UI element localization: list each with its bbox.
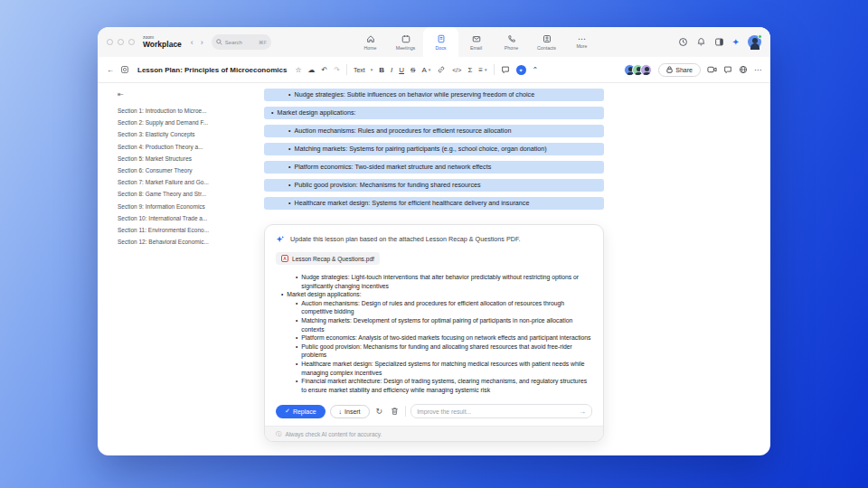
side-panel-icon[interactable] [714,37,724,47]
back-button[interactable]: ← [107,66,114,74]
submit-arrow-icon[interactable]: → [579,408,586,416]
comment-icon[interactable] [501,65,510,74]
close-window-button[interactable] [107,39,113,45]
ai-companion-icon[interactable]: ✦ [732,37,740,47]
user-avatar[interactable] [748,35,761,49]
sidebar-section-item[interactable]: Section 5: Market Structures [118,153,253,164]
sidebar-section-item[interactable]: Section 12: Behavioral Economic... [118,236,253,248]
history-icon[interactable] [678,37,688,47]
undo-button[interactable]: ↶ [322,66,328,74]
sidebar-section-item[interactable]: Section 10: International Trade a... [118,212,253,224]
ai-assistant-button[interactable]: ✦ [516,65,526,75]
highlighted-line[interactable]: Platform economics: Two-sided market str… [264,161,604,174]
video-camera-icon[interactable] [707,65,717,74]
status-dot [758,34,762,39]
check-icon: ✓ [285,408,290,415]
code-button[interactable]: </> [452,67,461,73]
ai-result-bullet: Matching markets: Development of systems… [296,316,592,333]
sidebar-section-item[interactable]: Section 7: Market Failure and Go... [118,176,253,188]
ai-result-bullet: Financial market architecture: Design of… [296,377,592,394]
chevron-down-icon: ▾ [371,67,373,72]
sidebar-section-item[interactable]: Section 9: Information Economics [118,201,253,212]
tab-contacts[interactable]: Contacts [529,27,564,57]
minimize-window-button[interactable] [118,39,124,45]
document-canvas[interactable]: Nudge strategies: Subtle influences on b… [253,83,770,455]
collapse-toolbar-button[interactable]: ⌃ [533,66,539,74]
collapse-sidebar-icon[interactable]: ⇤ [118,90,253,99]
ai-sparkle-icon [276,235,285,244]
zoom-workplace-logo: zoom Workplace [143,35,182,49]
highlighted-line[interactable]: Healthcare market design: Systems for ef… [264,197,604,210]
share-button[interactable]: Share [658,63,701,77]
doc-home-icon[interactable] [120,65,129,74]
chevron-down-icon: ▾ [429,67,431,72]
underline-button[interactable]: U [399,66,404,74]
sidebar-section-item[interactable]: Section 6: Consumer Theory [118,164,253,176]
sidebar-section-item[interactable]: Section 2: Supply and Demand F... [118,117,253,128]
attachment-chip[interactable]: A Lesson Recap & Questions.pdf [276,252,380,265]
down-arrow-icon: ↓ [339,408,343,415]
email-icon [472,34,481,43]
info-icon: ⓘ [276,430,281,438]
sidebar-section-item[interactable]: Section 11: Environmental Econo... [118,224,253,236]
ai-result-bullet: Nudge strategies: Light-touch interventi… [296,273,592,290]
highlighted-line[interactable]: Auction mechanisms: Rules and procedures… [264,125,604,137]
text-style-dropdown[interactable]: Text ▾ [354,67,373,73]
trash-icon [391,407,399,416]
pdf-file-icon: A [281,255,288,262]
ai-result-bullet: Auction mechanisms: Design of rules and … [296,299,592,316]
favorite-star-icon[interactable]: ☆ [295,66,301,74]
list-format-dropdown[interactable]: ≡▾ [478,66,486,74]
tab-phone[interactable]: Phone [494,27,529,57]
replace-button[interactable]: ✓Replace [276,405,326,418]
maximize-window-button[interactable] [128,39,135,45]
globe-icon[interactable] [739,65,748,74]
document-title[interactable]: Lesson Plan: Principles of Microeconomic… [137,66,287,74]
app-tabs: Home Meetings Docs Email Phone Contacts [353,27,599,57]
home-icon [366,34,375,43]
highlighted-line[interactable]: Public good provision: Mechanisms for fu… [264,179,604,192]
highlighted-line[interactable]: Nudge strategies: Subtle influences on b… [264,89,604,101]
bold-button[interactable]: B [379,66,384,74]
notifications-bell-icon[interactable] [696,37,706,47]
ai-result-text: Nudge strategies: Light-touch interventi… [276,273,592,394]
highlighted-line[interactable]: Market design applications: [264,107,604,119]
tab-email[interactable]: Email [458,27,494,57]
document-icon [437,34,446,43]
chat-icon[interactable] [723,65,732,74]
strikethrough-button[interactable]: S [410,66,415,74]
italic-button[interactable]: I [391,66,392,74]
sidebar-section-item[interactable]: Section 4: Production Theory a... [118,141,253,153]
collaborator-avatars [624,64,652,76]
tab-more[interactable]: ⋯ More [564,27,599,57]
nav-forward-button[interactable]: › [201,38,203,47]
delete-result-button[interactable] [389,407,401,416]
search-icon [216,39,222,45]
sidebar-section-item[interactable]: Section 1: Introduction to Microe... [118,105,253,117]
more-options-button[interactable]: ⋯ [754,66,761,74]
ai-prompt-text: Update this lesson plan based on the att… [290,235,521,243]
tab-docs[interactable]: Docs [423,27,458,57]
improve-input-wrap: → [410,404,592,418]
highlighted-line[interactable]: Matching markets: Systems for pairing pa… [264,143,604,155]
nav-back-button[interactable]: ‹ [191,38,193,47]
search-input[interactable]: Search ⌘F [212,34,271,50]
window-controls [107,39,135,45]
collaborator-avatar [640,64,652,76]
tab-meetings[interactable]: Meetings [388,27,423,57]
sidebar-section-item[interactable]: Section 3: Elasticity Concepts [118,128,253,140]
sidebar-section-item[interactable]: Section 8: Game Theory and Str... [118,188,253,200]
formula-button[interactable]: Σ [467,66,472,74]
text-color-dropdown[interactable]: A▾ [421,66,430,74]
titlebar: zoom Workplace ‹ › Search ⌘F Home Meetin… [98,27,770,57]
improve-result-input[interactable] [417,408,575,415]
ai-disclaimer: ⓘ Always check AI content for accuracy. [265,426,603,441]
doc-toolbar: ← Lesson Plan: Principles of Microeconom… [98,57,770,83]
redo-button[interactable]: ↷ [334,66,340,74]
ai-result-bullet: Public good provision: Mechanisms for fu… [296,343,592,360]
tab-home[interactable]: Home [353,27,388,57]
insert-button[interactable]: ↓Insert [330,405,370,418]
more-dots-icon: ⋯ [578,36,586,42]
link-icon[interactable] [437,65,446,74]
regenerate-button[interactable]: ↻ [374,408,385,416]
